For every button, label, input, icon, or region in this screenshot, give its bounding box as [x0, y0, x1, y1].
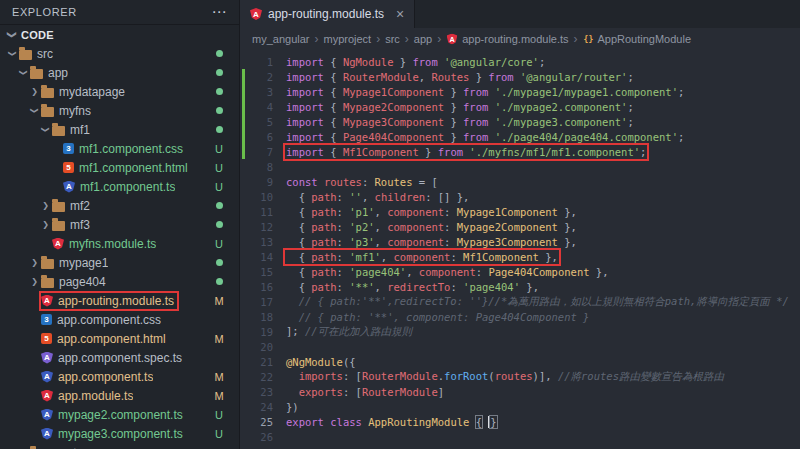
chevron-right-icon[interactable]: ❯ — [28, 258, 41, 267]
breadcrumb-item-app[interactable]: app — [414, 33, 432, 45]
chevron-right-icon[interactable]: ❯ — [28, 277, 41, 286]
code-token: { — [286, 236, 311, 248]
chevron-right-icon[interactable]: ❯ — [39, 201, 52, 210]
code-line[interactable]: 6import { Page404Component } from './pag… — [240, 129, 800, 144]
code-token: }, — [558, 206, 577, 218]
code-token: //將routes路由變數宣告為根路由 — [558, 370, 724, 382]
code-token: Mypage1Component — [457, 206, 558, 218]
tree-item-main: Amyfns.module.ts — [52, 236, 159, 252]
breadcrumb-item-my_angular[interactable]: my_angular — [252, 33, 309, 45]
line-number: 12 — [245, 221, 273, 233]
line-number: 25 — [245, 416, 273, 428]
code-token — [286, 370, 299, 382]
tree-item-app.component.spec.ts[interactable]: Aapp.component.spec.ts — [0, 348, 239, 367]
code-line[interactable]: 12 { path: 'p2', component: Mypage2Compo… — [240, 219, 800, 234]
code-line[interactable]: 8 — [240, 159, 800, 174]
code-line[interactable]: 25export class AppRoutingModule { } — [240, 414, 800, 429]
tree-item-mf2[interactable]: ❯mf2 — [0, 196, 239, 215]
breadcrumb-item-app-routing.module.ts[interactable]: Aapp-routing.module.ts — [446, 33, 568, 45]
tree-item-mf1.component.ts[interactable]: Amf1.component.tsU — [0, 177, 239, 196]
editor-group: A app-routing.module.ts × my_angular›myp… — [240, 0, 800, 449]
code-line[interactable]: 2import { RouterModule, Routes } from '@… — [240, 69, 800, 84]
tree-item-mf1.component.css[interactable]: 3mf1.component.cssU — [0, 139, 239, 158]
code-line[interactable]: 13 { path: 'p3', component: Mypage3Compo… — [240, 234, 800, 249]
tree-item-app[interactable]: ❯app — [0, 63, 239, 82]
code-line[interactable]: 14 { path: 'mf1', component: Mf1Componen… — [240, 249, 800, 264]
breadcrumb-item-AppRoutingModule[interactable]: {}AppRoutingModule — [583, 33, 691, 45]
tree-item-mydatapage[interactable]: ❯mydatapage — [0, 82, 239, 101]
code-line[interactable]: 24}) — [240, 399, 800, 414]
code-token — [469, 416, 475, 428]
code-line[interactable]: 23 exports: [RouterModule] — [240, 384, 800, 399]
chevron-down-icon[interactable]: ❯ — [30, 104, 39, 117]
code-line[interactable]: 5import { Mypage3Component } from './myp… — [240, 114, 800, 129]
code-line[interactable]: 19]; //可在此加入路由規則 — [240, 324, 800, 339]
code-line[interactable]: 16 { path: '**', redirectTo: 'page404' }… — [240, 279, 800, 294]
tree-item-mf1[interactable]: ❯mf1 — [0, 120, 239, 139]
chevron-right-icon[interactable]: ❯ — [39, 220, 52, 229]
line-number: 26 — [245, 431, 273, 443]
code-line[interactable]: 7import { Mf1Component } from './myfns/m… — [240, 144, 800, 159]
tree-item-src[interactable]: ❯src — [0, 44, 239, 63]
code-token: Mypage3Component — [343, 116, 444, 128]
code-token: : — [444, 236, 457, 248]
tree-item-assets[interactable]: ❯assets — [0, 443, 239, 449]
git-status-badge: U — [213, 409, 225, 421]
code-line[interactable]: 18 // { path: '**', component: Page404Co… — [240, 309, 800, 324]
code-line[interactable]: 22 imports: [RouterModule.forRoot(routes… — [240, 369, 800, 384]
code-token: component — [394, 251, 451, 263]
explorer-header: EXPLORER ⋯ — [0, 0, 239, 24]
section-header-code[interactable]: ❯ CODE — [0, 24, 239, 44]
code-line[interactable]: 9const routes: Routes = [ — [240, 174, 800, 189]
code-line[interactable]: 15 { path: 'page404', component: Page404… — [240, 264, 800, 279]
code-token: import — [286, 71, 324, 83]
tree-item-mf3[interactable]: ❯mf3 — [0, 215, 239, 234]
code-line[interactable]: 1import { NgModule } from '@angular/core… — [240, 54, 800, 69]
code-line[interactable]: 20 — [240, 339, 800, 354]
code-line[interactable]: 4import { Mypage2Component } from './myp… — [240, 99, 800, 114]
code-token: , — [381, 251, 394, 263]
code-text: // { path: '**', component: Page404Compo… — [286, 311, 589, 323]
code-token: { — [324, 146, 343, 158]
chevron-down-icon[interactable]: ❯ — [41, 123, 50, 136]
code-token: { — [324, 101, 343, 113]
chevron-down-icon[interactable]: ❯ — [8, 47, 17, 60]
tree-item-app.component.ts[interactable]: Aapp.component.tsM — [0, 367, 239, 386]
tree-item-main: mf1 — [52, 122, 93, 138]
code-token: path — [311, 251, 336, 263]
tree-item-mf1.component.html[interactable]: 5mf1.component.htmlU — [0, 158, 239, 177]
angular-module-icon: A — [41, 295, 53, 307]
tree-item-label: assets — [48, 446, 83, 449]
code-line[interactable]: 26 — [240, 429, 800, 444]
tree-item-myfns[interactable]: ❯myfns — [0, 101, 239, 120]
code-line[interactable]: 17 // { path:'**',redirectTo: ''}//*為萬用路… — [240, 294, 800, 309]
folder-icon — [41, 259, 54, 269]
code-line[interactable]: 10 { path: '', children: [] }, — [240, 189, 800, 204]
code-token: exports — [299, 386, 343, 398]
more-actions-icon[interactable]: ⋯ — [211, 7, 227, 17]
tree-item-mypage2.component.ts[interactable]: Amypage2.component.tsU — [0, 405, 239, 424]
code-token: from — [488, 71, 513, 83]
chevron-right-icon[interactable]: ❯ — [28, 87, 41, 96]
tree-item-app.component.html[interactable]: 5app.component.htmlM — [0, 329, 239, 348]
code-text: // { path:'**',redirectTo: ''}//*為萬用路由，如… — [286, 295, 789, 309]
code-token: path — [311, 191, 336, 203]
code-text: exports: [RouterModule] — [286, 386, 444, 398]
code-line[interactable]: 11 { path: 'p1', component: Mypage1Compo… — [240, 204, 800, 219]
close-icon[interactable]: × — [396, 6, 404, 22]
angular-module-icon: A — [250, 8, 262, 20]
tree-item-app-routing.module.ts[interactable]: Aapp-routing.module.tsM — [0, 291, 239, 310]
breadcrumb-item-src[interactable]: src — [385, 33, 400, 45]
tree-item-page404[interactable]: ❯page404 — [0, 272, 239, 291]
breadcrumb-item-myproject[interactable]: myproject — [323, 33, 371, 45]
tab-app-routing-module[interactable]: A app-routing.module.ts × — [240, 0, 415, 28]
code-line[interactable]: 21@NgModule({ — [240, 354, 800, 369]
code-line[interactable]: 3import { Mypage1Component } from './myp… — [240, 84, 800, 99]
tree-item-mypage3.component.ts[interactable]: Amypage3.component.tsU — [0, 424, 239, 443]
tree-item-myfns.module.ts[interactable]: Amyfns.module.tsU — [0, 234, 239, 253]
tree-item-mypage1[interactable]: ❯mypage1 — [0, 253, 239, 272]
tree-item-main: src — [19, 46, 56, 62]
chevron-down-icon[interactable]: ❯ — [19, 66, 28, 79]
tree-item-app.component.css[interactable]: 3app.component.css — [0, 310, 239, 329]
tree-item-app.module.ts[interactable]: Aapp.module.tsM — [0, 386, 239, 405]
